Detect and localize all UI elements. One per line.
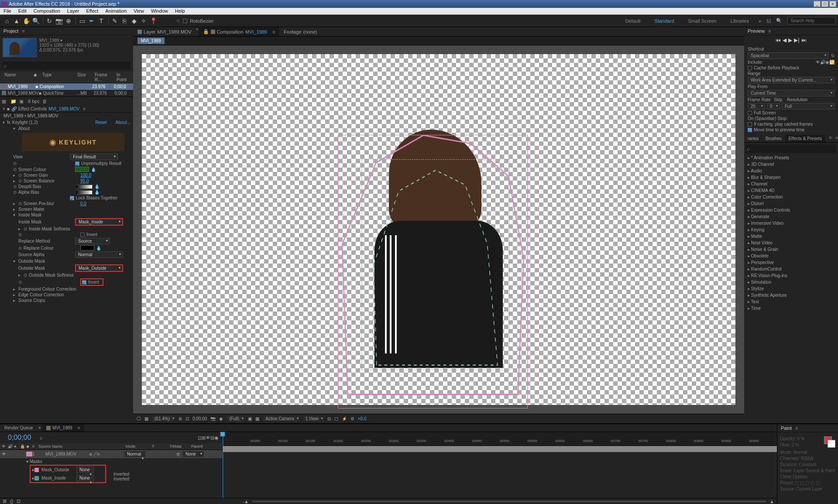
opacity-val[interactable]: 0 % — [797, 436, 804, 441]
tl-toggle-icon[interactable]: ⊞ — [3, 498, 7, 504]
stopwatch-icon[interactable]: ⊙ — [13, 167, 18, 172]
include-overlays-icon[interactable]: ◉ — [825, 60, 829, 65]
include-video-icon[interactable]: 👁 — [816, 60, 820, 65]
col-parent[interactable]: Parent — [191, 444, 203, 449]
ep-overflow-icon[interactable]: » — [835, 135, 838, 142]
rotobezier-checkbox[interactable] — [183, 19, 187, 23]
effects-category[interactable]: Simulation — [744, 279, 838, 285]
unpremult-checkbox[interactable] — [75, 161, 79, 166]
effects-category[interactable]: * Animation Presets — [744, 154, 838, 161]
alpha-bias-slider[interactable] — [75, 190, 93, 195]
stopwatch-icon[interactable]: ⊙ — [13, 161, 18, 166]
project-row-mov[interactable]: MVI_1989.MOV ■ QuickTime ...MB 23.976 0;… — [0, 90, 133, 96]
ec-icon[interactable]: × — [3, 106, 5, 111]
vc-snapshot-icon[interactable]: 📷 — [210, 416, 216, 421]
loop-icon[interactable]: 🔁 — [829, 60, 835, 65]
maximize-button[interactable]: □ — [821, 1, 828, 7]
tab-composition[interactable]: 🔒 Composition MVI_1989 ≡ — [199, 27, 280, 36]
next-frame-icon[interactable]: ▶| — [794, 37, 799, 43]
vc-3d-icon[interactable]: ▢ — [334, 416, 338, 421]
vc-exposure[interactable]: +0.0 — [358, 416, 367, 421]
play-from-dropdown[interactable]: Current Time — [748, 90, 835, 96]
col-mode[interactable]: Mode — [126, 444, 152, 449]
effects-category[interactable]: Blur & Sharpen — [744, 174, 838, 181]
screen-balance-value[interactable]: 95.0 — [80, 178, 89, 183]
panel-menu-icon[interactable]: ≡ — [22, 28, 24, 34]
menu-composition[interactable]: Composition — [30, 8, 64, 14]
col-source[interactable]: Source Name — [38, 444, 82, 449]
timeline-ruler[interactable]: 0005000100001500020000250003000035000400… — [223, 432, 777, 446]
tab-layer[interactable]: Layer MVI_1989.MOV — [133, 27, 196, 36]
effects-category[interactable]: Immersive Video — [744, 220, 838, 226]
outside-mask-label[interactable]: Outside Mask — [18, 259, 75, 264]
effects-category[interactable]: Color Correction — [744, 194, 838, 200]
effects-category[interactable]: 3D Channel — [744, 161, 838, 168]
interpret-icon[interactable]: ▦ — [2, 99, 8, 105]
tab-brushes[interactable]: Brushes — [762, 135, 785, 142]
vc-fast-icon[interactable]: ⚡ — [342, 416, 347, 421]
workspace-small[interactable]: Small Screen — [683, 17, 721, 25]
tl-mb-icon[interactable]: ◉ — [214, 435, 219, 441]
tab-timeline-comp[interactable]: MVI_1989 ≡ — [42, 424, 84, 432]
tl-switch-icon[interactable]: ⊡ — [198, 435, 202, 441]
last-frame-icon[interactable]: ⏭ — [801, 37, 807, 43]
bpc-label[interactable]: 8 bpc — [28, 99, 40, 105]
vc-roi-icon[interactable]: ▣ — [248, 416, 252, 421]
source-val[interactable]: Current Layer — [796, 487, 823, 491]
eyedropper-icon[interactable]: 💧 — [91, 167, 96, 172]
col-trkmat[interactable]: TrkMat — [169, 444, 191, 449]
first-frame-icon[interactable]: ⏮ — [776, 37, 781, 43]
menu-effect[interactable]: Effect — [82, 8, 102, 14]
skip-dropdown[interactable]: 0 — [767, 103, 780, 110]
eyedropper-icon[interactable]: 💧 — [94, 190, 100, 195]
tl-fx-icon[interactable]: ⊟ — [210, 435, 214, 441]
bg-color-swatch[interactable] — [828, 440, 835, 448]
tl-frame-blend-icon[interactable]: ⊡ — [17, 498, 21, 504]
screen-gain-value[interactable]: 100.0 — [80, 173, 91, 178]
vc-grid-icon[interactable]: ▦ — [144, 416, 148, 421]
tl-menu-icon[interactable]: ≡ — [78, 425, 80, 430]
fg-colour-label[interactable]: Foreground Colour Correction — [18, 287, 76, 291]
fx-reset[interactable]: Reset — [95, 120, 106, 125]
preview-title[interactable]: Preview — [748, 28, 765, 34]
mask2-mode[interactable]: None — [76, 475, 94, 481]
include-audio-icon[interactable]: 🔊 — [820, 60, 825, 65]
fx-name[interactable]: Keylight (1.2) — [12, 120, 78, 125]
effects-category[interactable]: Audio — [744, 168, 838, 174]
mask-row-inside[interactable]: ▸ Mask_Inside None — [31, 474, 105, 482]
pan-behind-icon[interactable]: ⊕ — [64, 17, 73, 25]
mask2-inv[interactable]: Inverted — [113, 477, 129, 481]
fr-dropdown[interactable]: 25 — [748, 103, 765, 110]
duration-val[interactable]: Constant — [799, 462, 816, 467]
tl-zoom-in-icon[interactable]: ▲ — [769, 499, 774, 504]
fx-about[interactable]: About... — [116, 120, 131, 125]
col-in[interactable]: In Point — [114, 72, 131, 82]
paint-menu-icon[interactable]: ≡ — [795, 425, 798, 431]
tab-libraries[interactable]: raries — [744, 135, 762, 142]
edge-colour-label[interactable]: Edge Colour Correction — [18, 292, 64, 297]
lock-icon[interactable]: 🔒 — [203, 29, 209, 34]
inside-mask-dropdown[interactable]: Mask_Inside — [75, 218, 123, 226]
project-thumbnail[interactable] — [3, 38, 37, 57]
menu-file[interactable]: File — [0, 8, 15, 14]
res-dropdown[interactable]: Full — [782, 103, 835, 110]
zoom-tool-icon[interactable]: 🔍 — [31, 17, 40, 25]
prev-frame-icon[interactable]: ◀ — [783, 37, 786, 43]
menu-help[interactable]: Help — [172, 8, 189, 14]
col-type-icon[interactable]: ◆ — [31, 72, 40, 82]
vc-channels-icon[interactable]: ◉ — [219, 416, 223, 421]
mask-color-outside[interactable] — [34, 468, 39, 472]
layer-parent[interactable]: None — [182, 451, 204, 457]
menu-edit[interactable]: Edit — [15, 8, 30, 14]
brush-tool-icon[interactable]: ✎ — [110, 17, 119, 25]
col-label-icon[interactable]: ◆ — [26, 444, 32, 449]
fullscreen-checkbox[interactable] — [748, 111, 752, 115]
vc-res-icon[interactable]: ⊞ — [179, 416, 182, 421]
workspace-libraries[interactable]: Libraries — [726, 17, 753, 25]
effects-category[interactable]: Generate — [744, 213, 838, 220]
layer-bar[interactable] — [223, 446, 777, 452]
camera-icon[interactable]: 📷 — [55, 17, 63, 25]
tab-footage[interactable]: Footage (none) — [279, 27, 321, 36]
move-time-checkbox[interactable] — [748, 128, 752, 132]
effects-category[interactable]: Synthetic Aperture — [744, 292, 838, 298]
